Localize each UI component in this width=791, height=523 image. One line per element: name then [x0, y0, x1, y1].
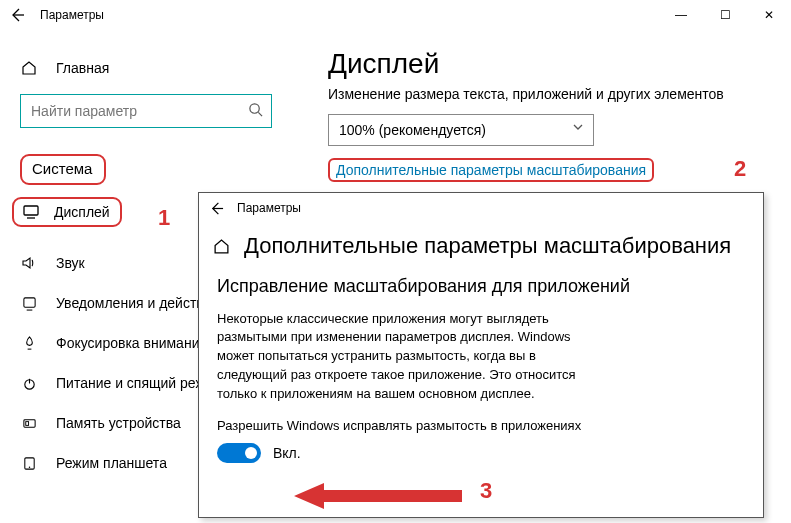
svg-point-0 [250, 104, 259, 113]
notify-icon [20, 294, 38, 312]
overlay-window-title: Параметры [233, 201, 301, 215]
overlay-title-bar: Параметры [199, 193, 763, 223]
search-icon [248, 102, 263, 117]
advanced-scaling-link[interactable]: Дополнительные параметры масштабирования [328, 158, 654, 182]
overlay-home-button[interactable] [213, 238, 230, 255]
sidebar-item-label: Память устройства [56, 415, 181, 431]
search-input[interactable]: Найти параметр [20, 94, 272, 128]
focus-icon [20, 334, 38, 352]
annotation-3: 3 [480, 478, 492, 504]
svg-rect-5 [25, 421, 28, 425]
scale-dropdown[interactable]: 100% (рекомендуется) [328, 114, 594, 146]
sidebar-section-system: Система [20, 154, 106, 185]
advanced-scaling-window: Параметры Дополнительные параметры масшт… [198, 192, 764, 518]
sidebar-item-display[interactable]: Дисплей [12, 197, 122, 227]
sidebar-item-label: Фокусировка внимания [56, 335, 207, 351]
scale-dropdown-value: 100% (рекомендуется) [339, 122, 486, 138]
svg-rect-1 [24, 206, 38, 215]
title-bar: Параметры — ☐ ✕ [0, 0, 791, 30]
sidebar-item-label: Уведомления и действия [56, 295, 219, 311]
home-icon [20, 59, 38, 77]
close-button[interactable]: ✕ [747, 0, 791, 30]
annotation-2: 2 [734, 156, 746, 182]
fix-blur-toggle[interactable] [217, 443, 261, 463]
power-icon [20, 374, 38, 392]
window-title: Параметры [34, 8, 104, 22]
overlay-back-button[interactable] [199, 193, 233, 223]
overlay-section-heading: Исправление масштабирования для приложен… [217, 275, 745, 298]
sidebar-item-label: Звук [56, 255, 85, 271]
chevron-down-icon [571, 120, 585, 134]
overlay-description: Некоторые классические приложения могут … [217, 310, 607, 404]
overlay-allow-label: Разрешить Windows исправлять размытость … [217, 418, 745, 433]
tablet-icon [20, 454, 38, 472]
sidebar-item-label: Дисплей [54, 204, 110, 220]
maximize-button[interactable]: ☐ [703, 0, 747, 30]
svg-point-7 [28, 466, 30, 468]
display-icon [22, 203, 40, 221]
minimize-button[interactable]: — [659, 0, 703, 30]
search-placeholder: Найти параметр [31, 103, 137, 119]
overlay-heading: Дополнительные параметры масштабирования [244, 233, 731, 259]
toggle-knob [245, 447, 257, 459]
svg-rect-2 [23, 297, 34, 306]
annotation-1: 1 [158, 205, 170, 231]
sidebar-item-label: Режим планшета [56, 455, 167, 471]
sidebar-home-label: Главная [56, 60, 109, 76]
sound-icon [20, 254, 38, 272]
back-button[interactable] [0, 0, 34, 30]
scale-subheading: Изменение размера текста, приложений и д… [328, 86, 791, 102]
page-title: Дисплей [328, 48, 791, 80]
sidebar-home[interactable]: Главная [0, 48, 328, 88]
storage-icon [20, 414, 38, 432]
toggle-state-label: Вкл. [273, 445, 301, 461]
arrow-left-icon [9, 7, 25, 23]
home-icon [213, 238, 230, 255]
arrow-left-icon [209, 201, 224, 216]
